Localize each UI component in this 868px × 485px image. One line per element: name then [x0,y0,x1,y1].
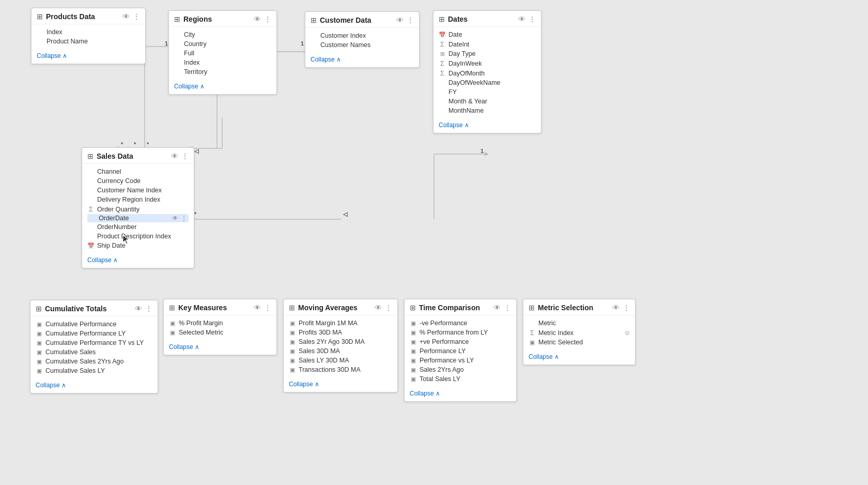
metric-sel-table-icon: ⊞ [529,304,535,312]
field-icon-dateint: Σ [439,40,446,48]
field-metric: Metric [529,319,630,328]
cumulative-menu-icon[interactable]: ⋮ [145,305,152,313]
time-comp-title: Time Comparison [419,304,490,312]
field-profits-30d: ▣ Profits 30D MA [289,328,392,337]
orderdate-menu-icon[interactable]: ⋮ [181,215,187,222]
dates-collapse[interactable]: Collapse ∧ [433,118,541,133]
field-icon-cumperfTY: ▣ [36,340,43,346]
field-icon-negperf: ▣ [410,320,417,327]
field-date: 📅 Date [439,30,536,39]
cumulative-collapse[interactable]: Collapse ∧ [30,378,158,393]
metric-sel-collapse[interactable]: Collapse ∧ [523,350,635,365]
mult-star-3: * [147,141,149,147]
dates-eye-icon[interactable]: 👁 [518,15,525,23]
field-country: Country [174,39,271,49]
sales-eye-icon[interactable]: 👁 [171,152,178,160]
key-measures-header: ⊞ Key Measures 👁 ⋮ [164,299,276,315]
field-metric-index: Σ Metric Index ⊘ [529,328,630,338]
field-pct-perf-ly: ▣ % Performance from LY [410,328,511,337]
regions-eye-icon[interactable]: 👁 [254,15,261,23]
field-cum-perf: ▣ Cumulative Performance [36,320,152,329]
time-comp-header: ⊞ Time Comparison 👁 ⋮ [405,299,516,315]
field-order-number: OrderNumber [87,222,189,232]
mult-1-dates: 1 [481,148,484,154]
field-icon-trans30d: ▣ [289,367,296,373]
metric-index-eye-slash: ⊘ [625,329,630,337]
metric-sel-menu-icon[interactable]: ⋮ [623,304,630,312]
field-index: Index [37,27,140,37]
metric-sel-eye-icon[interactable]: 👁 [612,304,619,312]
customer-menu-icon[interactable]: ⋮ [407,16,414,24]
field-transactions-30d: ▣ Transactions 30D MA [289,365,392,374]
card-dates: ⊞ Dates 👁 ⋮ 📅 Date Σ DateInt ⊞ Day Type … [433,10,541,133]
products-eye-icon[interactable]: 👁 [122,12,130,21]
customer-eye-icon[interactable]: 👁 [396,16,404,24]
field-pos-perf: ▣ +ve Performance [410,337,511,346]
customer-table-icon: ⊞ [311,16,317,24]
field-ship-date: 📅 Ship Date [87,241,189,250]
card-regions: ⊞ Regions 👁 ⋮ City Country Full Inde [168,10,277,95]
field-icon-salesly30d: ▣ [289,357,296,364]
moving-avg-header: ⊞ Moving Averages 👁 ⋮ [284,299,397,315]
moving-avg-fields: ▣ Profit Margin 1M MA ▣ Profits 30D MA ▣… [284,315,397,377]
field-month-year: Month & Year [439,97,536,106]
field-sales-ly-30d: ▣ Sales LY 30D MA [289,356,392,365]
card-sales-header: ⊞ Sales Data 👁 ⋮ [82,148,194,164]
field-icon-shipdate: 📅 [87,242,95,249]
field-customer-names: Customer Names [311,40,414,50]
time-comp-menu-icon[interactable]: ⋮ [504,304,511,312]
moving-avg-collapse[interactable]: Collapse ∧ [284,377,397,392]
products-collapse[interactable]: Collapse ∧ [32,49,145,64]
cumulative-eye-icon[interactable]: 👁 [135,305,142,313]
field-icon-profit1m: ▣ [289,320,296,327]
orderdate-eye-icon[interactable]: 👁 [172,215,178,222]
field-cum-perf-ty-vs-ly: ▣ Cumulative Performance TY vs LY [36,338,152,347]
field-sales-30d: ▣ Sales 30D MA [289,346,392,356]
field-performance-vs-ly: ▣ Performance vs LY [410,356,511,365]
moving-avg-title: Moving Averages [298,304,371,312]
moving-avg-menu-icon[interactable]: ⋮ [385,304,392,312]
dates-menu-icon[interactable]: ⋮ [529,15,536,23]
field-city: City [174,30,271,39]
field-cum-sales: ▣ Cumulative Sales [36,347,152,357]
field-month-name: MonthName [439,106,536,115]
cumulative-title: Cumulative Totals [45,305,132,313]
field-icon-cumperf: ▣ [36,321,43,328]
card-metric-selection: ⊞ Metric Selection 👁 ⋮ Metric Σ Metric I… [523,299,636,365]
field-icon-selectedmetric: ▣ [169,329,176,336]
field-full: Full [174,49,271,58]
mult-1-regions-left: 1 [165,40,168,47]
customer-collapse[interactable]: Collapse ∧ [305,53,419,67]
card-moving-averages: ⊞ Moving Averages 👁 ⋮ ▣ Profit Margin 1M… [283,299,398,392]
field-icon-perfvsLY: ▣ [410,357,417,364]
key-measures-menu-icon[interactable]: ⋮ [264,304,271,312]
products-table-icon: ⊞ [37,12,43,21]
cumulative-fields: ▣ Cumulative Performance ▣ Cumulative Pe… [30,316,158,378]
card-customer-header: ⊞ Customer Data 👁 ⋮ [305,12,419,28]
time-comp-eye-icon[interactable]: 👁 [493,304,501,312]
field-icon-posperf: ▣ [410,339,417,345]
field-icon-dayinweek: Σ [439,59,446,67]
card-products-header: ⊞ Products Data 👁 ⋮ [32,8,145,24]
key-measures-title: Key Measures [178,304,251,312]
time-comp-collapse[interactable]: Collapse ∧ [405,387,516,401]
field-icon-cumsales: ▣ [36,349,43,356]
field-order-date: OrderDate 👁 ⋮ [87,214,189,222]
key-measures-eye-icon[interactable]: 👁 [254,304,261,312]
sales-menu-icon[interactable]: ⋮ [181,152,189,160]
card-cumulative-totals: ⊞ Cumulative Totals 👁 ⋮ ▣ Cumulative Per… [30,300,158,393]
regions-menu-icon[interactable]: ⋮ [264,15,271,23]
cumulative-table-icon: ⊞ [36,305,42,313]
field-icon-cumsalesLY: ▣ [36,368,43,374]
customer-title: Customer Data [320,16,393,24]
regions-collapse[interactable]: Collapse ∧ [169,80,276,94]
card-products-data: ⊞ Products Data 👁 ⋮ Index Product Name C… [31,8,146,64]
moving-avg-eye-icon[interactable]: 👁 [375,304,382,312]
regions-fields: City Country Full Index Territory [169,27,276,80]
field-cum-sales-ly: ▣ Cumulative Sales LY [36,366,152,375]
sales-fields: Channel Currency Code Customer Name Inde… [82,164,194,253]
field-icon-sales2yr30d: ▣ [289,339,296,345]
products-menu-icon[interactable]: ⋮ [133,12,140,21]
key-measures-collapse[interactable]: Collapse ∧ [164,340,276,355]
sales-collapse[interactable]: Collapse ∧ [82,253,194,268]
